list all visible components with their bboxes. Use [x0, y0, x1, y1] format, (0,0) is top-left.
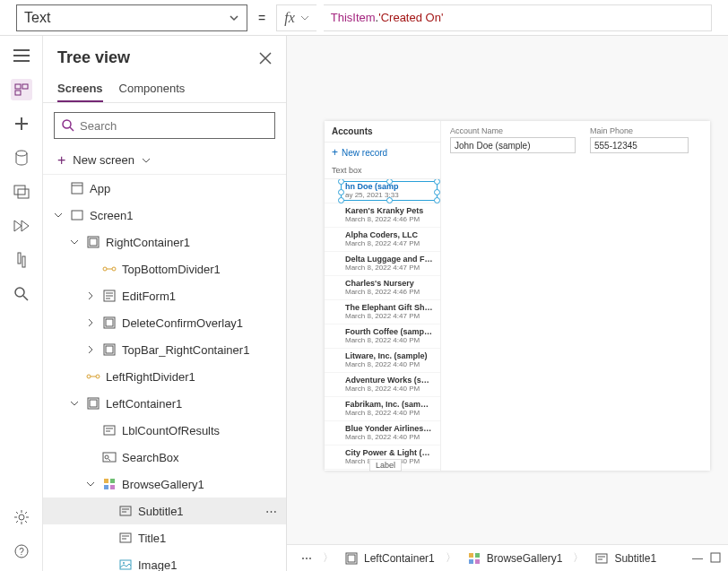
power-automate-icon[interactable] — [11, 215, 32, 237]
divider-icon — [102, 262, 117, 276]
preview-header: Accounts — [325, 121, 440, 143]
tree-node-label: Image1 — [138, 558, 177, 572]
chevron-icon[interactable] — [86, 318, 97, 327]
equals-sign: = — [255, 11, 269, 25]
search-icon[interactable] — [11, 283, 32, 305]
more-icon[interactable]: ⋯ — [265, 505, 277, 518]
container-icon — [102, 342, 117, 357]
list-item[interactable]: Fourth Coffee (sample)March 8, 2022 4:40… — [325, 324, 440, 349]
fx-button[interactable]: fx — [276, 4, 316, 31]
svg-rect-21 — [106, 319, 113, 326]
svg-rect-37 — [120, 560, 131, 569]
gallery-icon — [102, 477, 117, 491]
tree-node-screen1[interactable]: Screen1 — [43, 202, 286, 229]
label-icon — [118, 531, 133, 545]
tree-node-app[interactable]: App — [43, 175, 286, 202]
breadcrumb-subtitle[interactable]: Subtitle1 — [587, 545, 663, 571]
tree-node-label: App — [90, 182, 110, 195]
chevron-icon[interactable] — [86, 345, 97, 354]
svg-rect-34 — [110, 485, 115, 489]
close-icon[interactable] — [259, 52, 272, 65]
tree-node-leftcontainer1[interactable]: LeftContainer1 — [43, 390, 286, 417]
svg-rect-27 — [90, 400, 97, 407]
list-item[interactable]: Charles's NurseryMarch 8, 2022 4:46 PM — [325, 276, 440, 300]
svg-point-18 — [112, 267, 116, 271]
chevron-icon[interactable] — [86, 480, 97, 489]
chevron-down-icon — [229, 13, 239, 23]
list-item[interactable]: Alpha Coders, LLCMarch 8, 2022 4:47 PM — [325, 228, 440, 252]
list-item[interactable]: Litware, Inc. (sample)March 8, 2022 4:40… — [325, 349, 440, 373]
tree-node-label: Screen1 — [90, 209, 133, 222]
formula-bar: Text = fx ThisItem.'Created On' — [0, 0, 728, 36]
formula-input[interactable]: ThisItem.'Created On' — [324, 4, 712, 31]
field-value-account[interactable]: John Doe (sample) — [450, 137, 576, 153]
tree-node-image1[interactable]: Image1 — [43, 551, 286, 571]
settings-icon[interactable] — [11, 506, 32, 528]
minimize-icon[interactable]: — — [692, 552, 703, 565]
tree-node-rightcontainer1[interactable]: RightContainer1 — [43, 229, 286, 255]
breadcrumb-leftcontainer[interactable]: LeftContainer1 — [337, 545, 442, 571]
variables-icon[interactable] — [11, 249, 32, 271]
breadcrumb-more[interactable]: ⋯ — [294, 545, 319, 571]
list-item[interactable]: Fabrikam, Inc. (sample)March 8, 2022 4:4… — [325, 397, 440, 421]
tab-screens[interactable]: Screens — [57, 76, 103, 102]
svg-point-17 — [103, 267, 107, 271]
new-record-button[interactable]: +New record — [325, 143, 440, 162]
chevron-icon[interactable] — [70, 238, 81, 247]
chevron-icon[interactable] — [70, 399, 81, 408]
tree-node-topbar_rightcontainer1[interactable]: TopBar_RightContainer1 — [43, 336, 286, 363]
property-dropdown[interactable]: Text — [16, 4, 247, 31]
tree-body: AppScreen1RightContainer1TopBottomDivide… — [43, 175, 286, 571]
label-icon — [102, 423, 117, 437]
chevron-icon[interactable] — [54, 211, 65, 220]
list-item[interactable]: hn Doe (samp ay 25, 2021 3:33 — [325, 179, 440, 203]
tree-node-editform1[interactable]: EditForm1 — [43, 282, 286, 309]
insert-icon[interactable] — [11, 113, 32, 134]
tree-node-searchbox[interactable]: SearchBox — [43, 444, 286, 471]
tree-node-browsegallery1[interactable]: BrowseGallery1 — [43, 471, 286, 497]
tree-node-title1[interactable]: Title1 — [43, 524, 286, 551]
svg-rect-33 — [104, 485, 108, 489]
new-screen-button[interactable]: + New screen — [43, 148, 286, 175]
tree-node-leftrightdivider1[interactable]: LeftRightDivider1 — [43, 363, 286, 390]
tree-node-topbottomdivider1[interactable]: TopBottomDivider1 — [43, 255, 286, 282]
tree-node-deleteconfirmoverlay1[interactable]: DeleteConfirmOverlay1 — [43, 309, 286, 336]
svg-point-12 — [63, 120, 71, 128]
svg-rect-28 — [104, 426, 115, 435]
svg-rect-6 — [18, 253, 21, 264]
tree-tabs: Screens Components — [43, 76, 286, 103]
data-icon[interactable] — [11, 147, 32, 169]
list-item[interactable]: Blue Yonder Airlines (sample)March 8, 20… — [325, 421, 440, 446]
tree-search-input[interactable] — [80, 119, 267, 133]
list-item[interactable]: Karen's Kranky PetsMarch 8, 2022 4:46 PM — [325, 203, 440, 228]
search-icon — [62, 119, 74, 132]
svg-text:?: ? — [19, 547, 24, 557]
image-icon — [118, 558, 133, 571]
tree-node-subtitle1[interactable]: Subtitle1⋯ — [43, 497, 286, 524]
hamburger-icon[interactable] — [11, 45, 32, 66]
media-icon[interactable] — [11, 181, 32, 203]
list-item[interactable]: The Elephant Gift ShopMarch 8, 2022 4:47… — [325, 300, 440, 324]
list-item[interactable]: Delta Luggage and Fine GoodsMarch 8, 202… — [325, 252, 440, 276]
chevron-icon[interactable] — [86, 291, 97, 300]
field-value-phone[interactable]: 555-12345 — [590, 137, 689, 153]
tree-search[interactable] — [54, 112, 275, 139]
svg-rect-13 — [72, 183, 82, 194]
property-value: Text — [24, 10, 50, 26]
help-icon[interactable]: ? — [11, 541, 32, 562]
expand-icon[interactable] — [710, 552, 721, 565]
svg-point-30 — [105, 455, 108, 459]
svg-rect-16 — [90, 238, 97, 246]
tree-node-lblcountofresults[interactable]: LblCountOfResults — [43, 417, 286, 444]
tree-node-label: Subtitle1 — [138, 505, 184, 518]
form-icon — [102, 289, 117, 303]
tree-node-label: Title1 — [138, 532, 166, 545]
container-icon — [86, 235, 100, 249]
breadcrumb-gallery[interactable]: BrowseGallery1 — [460, 545, 570, 571]
tree-node-label: LeftRightDivider1 — [106, 370, 195, 384]
list-item[interactable]: Adventure Works (sample)March 8, 2022 4:… — [325, 373, 440, 397]
tab-components[interactable]: Components — [119, 76, 186, 102]
screen-icon — [70, 208, 84, 222]
svg-rect-45 — [596, 554, 607, 563]
tree-view-icon[interactable] — [11, 79, 32, 100]
